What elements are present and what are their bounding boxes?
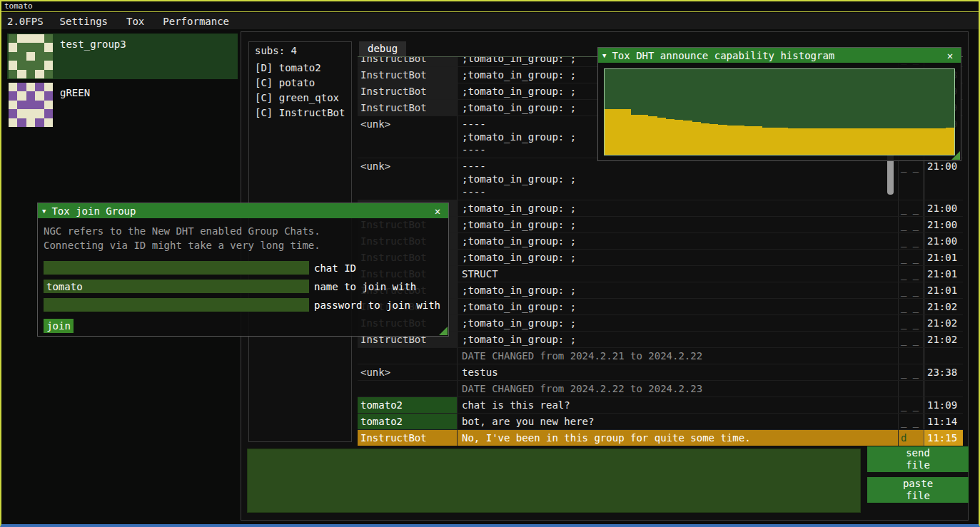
histogram-window-titlebar[interactable]: ▼ Tox DHT announce capability histogram … (598, 48, 961, 63)
histogram-bar (823, 128, 832, 155)
histogram-bar (736, 126, 744, 155)
sidebar-item-test-group3[interactable]: test_group3 (7, 34, 238, 79)
histogram-bar (648, 116, 657, 155)
resize-grip[interactable] (951, 151, 960, 160)
chat-row: DATE CHANGED from 2024.2.22 to 2024.2.23 (358, 381, 963, 397)
chat-row: InstructBot No, I've been in this group … (358, 430, 963, 446)
histogram-bar (657, 118, 666, 155)
chat-author (358, 381, 457, 396)
join-button[interactable]: join (44, 319, 74, 333)
member-item[interactable]: [D] tomato2 (249, 61, 351, 76)
member-count-header: subs: 4 (249, 42, 351, 61)
histogram-bar (858, 128, 867, 155)
chat-timestamp: 21:00 (924, 217, 963, 232)
chat-author: <unk> (358, 116, 457, 158)
histogram-bar (911, 128, 919, 155)
member-item[interactable]: [C] green_qtox (249, 91, 351, 106)
chat-message-text: DATE CHANGED from 2024.2.22 to 2024.2.23 (457, 381, 898, 396)
chat-row: <unk> testus _ _ 23:38 (358, 364, 963, 381)
chat-timestamp: 11:14 (924, 414, 963, 429)
chat-author: <unk> (358, 364, 457, 380)
collapse-arrow-icon[interactable]: ▼ (602, 52, 606, 59)
member-item[interactable]: [C] potato (249, 76, 351, 91)
message-input[interactable] (247, 449, 861, 513)
chat-status-flags: _ _ (898, 266, 924, 282)
join-group-titlebar[interactable]: ▼ Tox join Group ✕ (38, 203, 448, 218)
join-name-input[interactable] (44, 280, 309, 293)
chat-author: InstructBot (358, 100, 457, 116)
join-name-label: name to join with (314, 281, 416, 292)
chat-message-text: ---- ;tomato_in_group: ; ---- (457, 158, 898, 200)
histogram-bar (902, 128, 911, 155)
histogram-bar (675, 120, 683, 155)
chat-message-text: ;tomato_in_group: ; (457, 233, 898, 249)
join-group-window: ▼ Tox join Group ✕ NGC refers to the New… (37, 203, 449, 337)
histogram-bar (832, 128, 841, 155)
chat-timestamp: 21:01 (924, 266, 963, 282)
histogram-bar (928, 128, 936, 155)
close-icon[interactable]: ✕ (431, 205, 444, 217)
join-password-input[interactable] (44, 298, 309, 312)
ngc-info-line-1: NGC refers to the New DHT enabled Group … (44, 224, 443, 238)
histogram-bar (753, 126, 762, 155)
chat-timestamp: 21:02 (924, 299, 963, 314)
chat-timestamp: 21:00 (924, 158, 963, 200)
histogram-bar (771, 128, 779, 155)
chat-status-flags: _ _ (898, 158, 924, 200)
chat-timestamp: 23:38 (924, 364, 963, 380)
histogram-bar (814, 128, 823, 155)
histogram-bar (876, 128, 884, 155)
histogram-bar (613, 109, 622, 155)
histogram-bar (709, 124, 718, 155)
histogram-bar (666, 119, 675, 155)
chat-message-text: chat is this real? (457, 397, 898, 413)
histogram-bar (631, 115, 640, 155)
resize-grip[interactable] (439, 327, 448, 335)
chat-message-text: No, I've been in this group for quite so… (457, 430, 898, 446)
chat-message-text: DATE CHANGED from 2024.2.21 to 2024.2.22 (457, 348, 898, 364)
chat-id-input[interactable] (44, 261, 309, 275)
histogram-bar (622, 109, 631, 155)
join-group-body: NGC refers to the New DHT enabled Group … (38, 218, 448, 337)
chat-timestamp (924, 381, 963, 396)
chat-row: tomato2 bot, are you new here? _ _ 11:14 (358, 414, 963, 430)
histogram-bar (893, 128, 901, 155)
histogram-bar (692, 122, 701, 155)
send-file-button[interactable]: send file (867, 446, 969, 472)
join-password-label: password to join with (314, 300, 440, 311)
titlebar[interactable]: tomato (1, 1, 979, 12)
menu-settings[interactable]: Settings (51, 14, 117, 29)
chat-author: InstructBot (358, 430, 457, 446)
chat-status-flags: _ _ (898, 217, 924, 232)
chat-author: InstructBot (358, 67, 457, 83)
chat-message-text: ;tomato_in_group: ; (457, 200, 898, 216)
chat-timestamp: 11:09 (924, 397, 963, 413)
chat-status-flags: d (898, 430, 924, 446)
window-title: tomato (4, 1, 33, 11)
histogram-bar (727, 126, 736, 155)
menu-tox[interactable]: Tox (117, 14, 153, 29)
sidebar-item-green[interactable]: gREEN (7, 82, 238, 128)
chat-status-flags: _ _ (898, 414, 924, 429)
tab-debug[interactable]: debug (359, 41, 406, 56)
chat-timestamp: 21:01 (924, 282, 963, 298)
chat-row: tomato2 chat is this real? _ _ 11:09 (358, 397, 963, 414)
chat-status-flags: _ _ (898, 315, 924, 331)
chat-message-text: ;tomato_in_group: ; (457, 217, 898, 232)
histogram-bar (919, 128, 928, 155)
chat-status-flags: _ _ (898, 282, 924, 298)
chat-timestamp (924, 348, 963, 364)
close-icon[interactable]: ✕ (944, 50, 956, 61)
group-avatar (9, 83, 53, 127)
chat-author (358, 348, 457, 364)
collapse-arrow-icon[interactable]: ▼ (42, 208, 46, 215)
histogram-bar (806, 128, 814, 155)
member-item[interactable]: [C] InstructBot (249, 106, 351, 121)
chat-status-flags: _ _ (898, 397, 924, 413)
chat-row: <unk> ---- ;tomato_in_group: ; ---- _ _ … (358, 158, 963, 200)
menu-performance[interactable]: Performance (153, 14, 238, 29)
histogram-bar (605, 109, 613, 155)
group-avatar (9, 34, 53, 78)
chat-author: InstructBot (358, 83, 457, 99)
paste-file-button[interactable]: paste file (867, 477, 969, 503)
